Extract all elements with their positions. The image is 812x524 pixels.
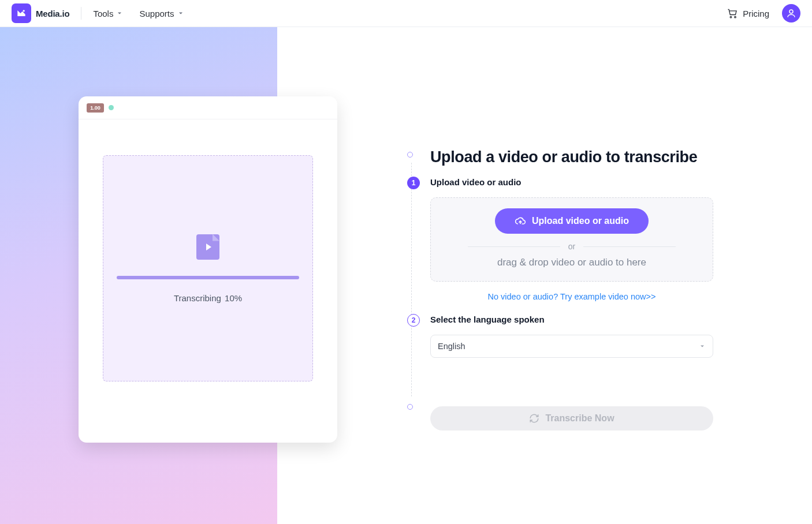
transcribe-button-label: Transcribe Now <box>545 413 614 424</box>
upload-button[interactable]: Upload video or audio <box>495 208 649 234</box>
progress-text: Transcribing <box>174 293 221 303</box>
language-value: English <box>438 342 465 351</box>
chevron-down-icon <box>699 343 706 350</box>
brand-name[interactable]: Media.io <box>36 9 69 18</box>
step-1-row: 1 Upload video or audio Upload video or … <box>407 177 713 301</box>
nav-tools[interactable]: Tools <box>93 9 123 18</box>
svg-point-0 <box>23 10 25 12</box>
main-area: Upload a video or audio to transcribe 1 … <box>0 27 812 524</box>
refresh-icon <box>529 413 539 424</box>
rail-marker <box>407 404 413 410</box>
play-icon <box>206 244 211 250</box>
chevron-down-icon <box>177 10 184 17</box>
nav-supports-label: Supports <box>139 9 174 18</box>
nav-tools-label: Tools <box>93 9 113 18</box>
upload-button-label: Upload video or audio <box>532 216 629 226</box>
progress-percent: 10% <box>225 293 242 303</box>
transcribe-button[interactable]: Transcribe Now <box>430 406 713 431</box>
pricing-link[interactable]: Pricing <box>727 8 769 19</box>
svg-point-3 <box>789 10 793 13</box>
cart-icon <box>727 8 738 19</box>
progress-bar <box>117 276 299 279</box>
page-title: Upload a video or audio to transcribe <box>430 148 713 166</box>
chevron-down-icon <box>116 10 123 17</box>
upload-dropzone[interactable]: Upload video or audio or drag & drop vid… <box>430 197 713 282</box>
or-text: or <box>568 242 575 251</box>
pricing-label: Pricing <box>743 9 769 18</box>
svg-point-1 <box>730 16 732 17</box>
top-nav: Media.io Tools Supports Pricing <box>0 0 812 27</box>
user-icon <box>786 8 796 18</box>
preview-card: 1.00 Transcribing 10% <box>79 96 337 443</box>
transcribe-row: Transcribe Now <box>407 401 713 431</box>
language-select[interactable]: English <box>430 335 713 358</box>
step-2-label: Select the language spoken <box>430 315 713 324</box>
right-panel: Upload a video or audio to transcribe 1 … <box>277 27 812 524</box>
timer-badge: 1.00 <box>87 103 104 113</box>
video-file-icon <box>196 234 219 260</box>
rail-marker <box>407 152 413 158</box>
cloud-upload-icon <box>515 215 526 227</box>
nav-divider <box>81 7 81 20</box>
drag-drop-hint: drag & drop video or audio to here <box>440 257 703 268</box>
or-divider: or <box>468 242 676 251</box>
step-1-badge: 1 <box>407 177 420 189</box>
logo-icon[interactable] <box>12 3 31 23</box>
status-dot <box>109 105 114 110</box>
content-column: Upload a video or audio to transcribe 1 … <box>407 148 713 441</box>
svg-point-2 <box>735 16 736 17</box>
progress-label: Transcribing 10% <box>174 293 242 303</box>
user-avatar[interactable] <box>782 4 800 23</box>
step-2-badge: 2 <box>407 314 420 327</box>
title-row: Upload a video or audio to transcribe <box>407 148 713 166</box>
step-2-row: 2 Select the language spoken English <box>407 314 713 358</box>
nav-supports[interactable]: Supports <box>139 9 184 18</box>
example-video-link[interactable]: No video or audio? Try example video now… <box>430 292 713 301</box>
card-header: 1.00 <box>79 96 337 119</box>
preview-dropzone: Transcribing 10% <box>103 155 313 381</box>
step-1-label: Upload video or audio <box>430 177 713 187</box>
